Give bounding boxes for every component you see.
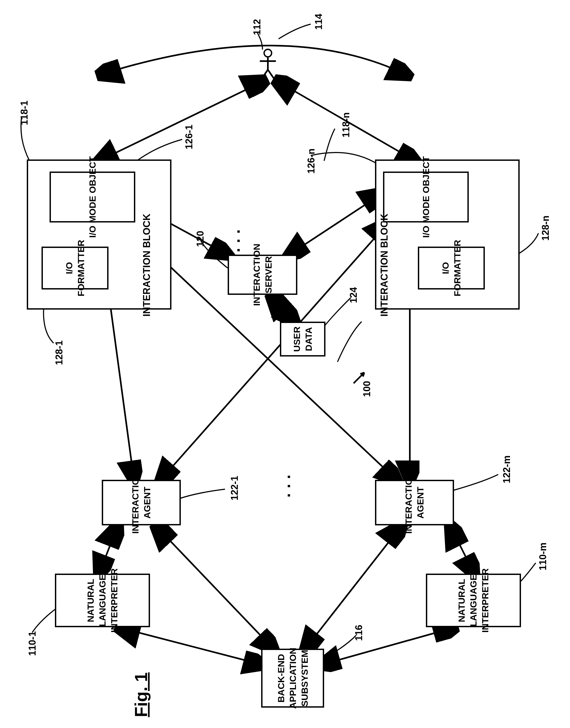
ref-126-1: 126-1 (184, 125, 195, 149)
nli-right-label: NATURAL LANGUAGE INTERPRETER (456, 554, 491, 647)
nli-left: NATURAL LANGUAGE INTERPRETER (55, 574, 150, 627)
ref-110-m: 110-m (537, 543, 549, 570)
svg-line-14 (321, 627, 455, 665)
ref-116: 116 (353, 625, 364, 641)
svg-line-13 (118, 627, 263, 665)
backend: BACK-END APPLICATION SUBSYSTEM (261, 649, 324, 708)
nli-left-label: NATURAL LANGUAGE INTERPRETER (85, 554, 120, 647)
svg-line-20 (262, 70, 268, 78)
ref-124: 124 (348, 287, 359, 303)
ellipsis-io: ... (225, 224, 244, 252)
ref-112: 112 (252, 19, 263, 35)
ref-122-1: 122-1 (229, 476, 240, 501)
ref-128-1: 128-1 (54, 340, 65, 365)
io-formatter-right: I/O FORMATTER (418, 246, 485, 290)
nli-right: NATURAL LANGUAGE INTERPRETER (426, 574, 521, 627)
io-formatter-left-label: I/O FORMATTER (63, 236, 87, 300)
user-data-label: USER DATA (291, 318, 314, 361)
interaction-server: INTERACTION SERVER (228, 255, 297, 295)
io-mode-object-left: I/O MODE OBJECT (49, 172, 135, 222)
ref-128-n: 128-n (540, 215, 551, 241)
svg-line-0 (99, 80, 265, 161)
interaction-block-right-title: INTERACTION BLOCK (379, 225, 390, 317)
ref-110-1: 110-1 (27, 631, 38, 656)
svg-point-17 (264, 49, 272, 57)
interaction-server-label: INTERACTION SERVER (251, 241, 274, 308)
backend-label: BACK-END APPLICATION SUBSYSTEM (275, 648, 310, 709)
ref-122-m: 122-m (501, 456, 512, 483)
io-mode-object-right-label: I/O MODE OBJECT (420, 156, 432, 238)
svg-line-21 (268, 70, 274, 78)
ref-118-n: 118-n (340, 112, 352, 138)
ellipsis-agents: ... (275, 470, 294, 498)
svg-line-5 (289, 193, 383, 255)
interaction-agent-left-label: INTERACTION AGENT (129, 465, 153, 541)
interaction-block-left-title: INTERACTION BLOCK (141, 225, 153, 317)
io-formatter-right-label: I/O FORMATTER (440, 236, 463, 300)
ref-114: 114 (313, 14, 324, 30)
ref-100: 100 (361, 381, 372, 397)
io-mode-object-right: I/O MODE OBJECT (383, 172, 469, 222)
figure-label: Fig. 1 (131, 672, 151, 717)
interaction-agent-left: INTERACTION AGENT (102, 480, 181, 525)
user-data: USER DATA (280, 322, 325, 357)
io-mode-object-left-label: I/O MODE OBJECT (86, 156, 98, 238)
ref-126-n: 126-n (306, 149, 317, 174)
svg-line-15 (156, 525, 273, 649)
interaction-agent-right-label: INTERACTION AGENT (402, 465, 426, 541)
io-formatter-left: I/O FORMATTER (41, 246, 108, 290)
interaction-agent-right: INTERACTION AGENT (375, 480, 454, 525)
diagram-canvas: I/O MODE OBJECT I/O FORMATTER INTERACTIO… (0, 0, 570, 728)
ref-120: 120 (195, 231, 206, 247)
ref-118-1: 118-1 (19, 101, 30, 125)
